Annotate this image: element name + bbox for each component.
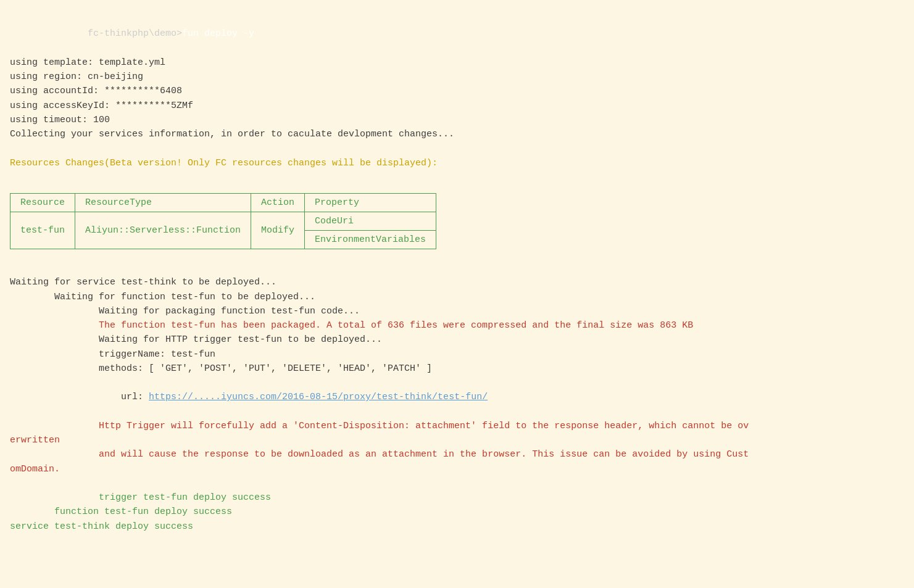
col-header-resource: Resource xyxy=(10,194,75,212)
methods-line: methods: [ 'GET', 'POST', 'PUT', 'DELETE… xyxy=(10,362,904,376)
resources-table-section: Resource ResourceType Action Property te… xyxy=(10,193,436,249)
col-header-resourcetype: ResourceType xyxy=(75,194,251,212)
terminal-window: fc-thinkphp\demo>fun deploy -y using tem… xyxy=(10,6,904,540)
prompt-line: fc-thinkphp\demo>fun deploy -y xyxy=(10,12,904,56)
cell-property-envvars: EnvironmentVariables xyxy=(305,231,436,249)
and-will-line: and will cause the response to be downlo… xyxy=(10,447,904,462)
trigger-name-line: triggerName: test-fun xyxy=(10,347,904,362)
waiting-function-line: Waiting for function test-fun to be depl… xyxy=(10,290,904,304)
resources-table: Resource ResourceType Action Property te… xyxy=(10,193,436,249)
col-header-property: Property xyxy=(305,194,436,212)
waiting-packaging-line: Waiting for packaging function test-fun … xyxy=(10,304,904,318)
prompt-command: fun deploy -y xyxy=(182,28,254,39)
url-label: url: xyxy=(32,392,149,402)
using-region-line: using region: cn-beijing xyxy=(10,70,904,84)
using-accountid-line: using accountId: **********6408 xyxy=(10,84,904,98)
prompt-user xyxy=(32,28,88,39)
waiting-http-line: Waiting for HTTP trigger test-fun to be … xyxy=(10,333,904,347)
http-trigger-warning-line1: Http Trigger will forcefully add a 'Cont… xyxy=(10,419,904,433)
table-header-row: Resource ResourceType Action Property xyxy=(10,194,436,212)
using-accesskeyid-line: using accessKeyId: **********5ZMf xyxy=(10,99,904,113)
cell-property-codeuri: CodeUri xyxy=(305,212,436,231)
omdomain-line: omDomain. xyxy=(10,462,904,476)
prompt-path: fc-thinkphp\demo> xyxy=(88,28,182,39)
trigger-success-line: trigger test-fun deploy success xyxy=(10,491,904,505)
using-template-line: using template: template.yml xyxy=(10,56,904,70)
url-link[interactable]: https://.....iyuncs.com/2016-08-15/proxy… xyxy=(149,392,488,402)
col-header-action: Action xyxy=(251,194,305,212)
cell-resourcetype: Aliyun::Serverless::Function xyxy=(75,212,251,249)
cell-action: Modify xyxy=(251,212,305,249)
http-trigger-warning-line2: erwritten xyxy=(10,433,904,447)
cell-resource: test-fun xyxy=(10,212,75,249)
table-row: test-fun Aliyun::Serverless::Function Mo… xyxy=(10,212,436,231)
packaged-line: The function test-fun has been packaged.… xyxy=(10,318,904,333)
waiting-service-line: Waiting for service test-think to be dep… xyxy=(10,275,904,289)
service-success-line: service test-think deploy success xyxy=(10,520,904,534)
function-success-line: function test-fun deploy success xyxy=(10,505,904,519)
resources-changes-line: Resources Changes(Beta version! Only FC … xyxy=(10,156,904,170)
url-line: url: https://.....iyuncs.com/2016-08-15/… xyxy=(10,376,904,419)
using-timeout-line: using timeout: 100 xyxy=(10,113,904,127)
collecting-line: Collecting your services information, in… xyxy=(10,127,904,141)
